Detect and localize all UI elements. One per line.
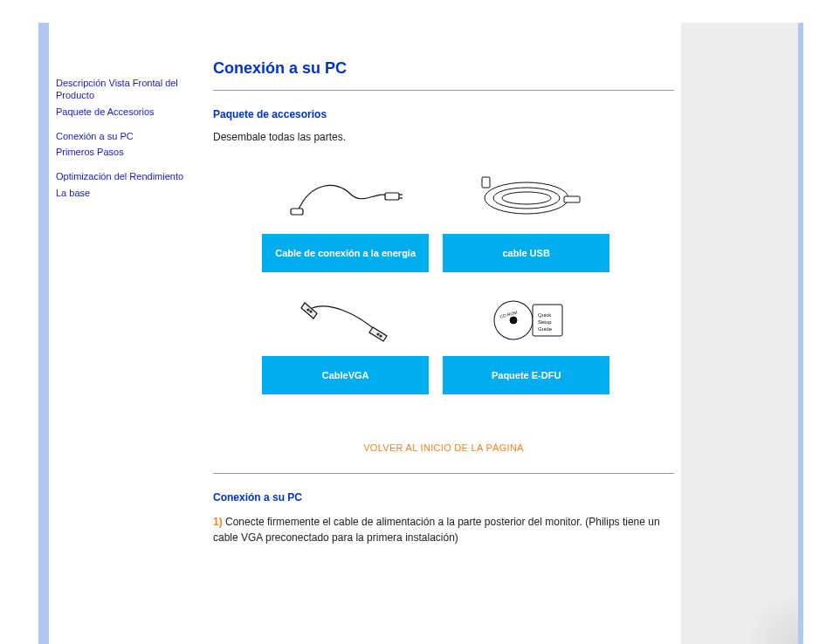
- main-content: Conexión a su PC Paquete de accesorios D…: [213, 59, 674, 545]
- accessory-label-edfu: Paquete E-DFU: [443, 356, 609, 394]
- section-heading-conexion: Conexión a su PC: [213, 491, 674, 504]
- accessory-image-power-cable: [262, 164, 429, 234]
- svg-point-14: [510, 317, 517, 324]
- svg-point-4: [485, 182, 568, 214]
- divider: [213, 90, 674, 91]
- sidebar-item-conexion-pc[interactable]: Conexión a su PC: [56, 130, 213, 142]
- back-to-top-link[interactable]: VOLVER AL INICIO DE LA PÁGINA: [363, 442, 524, 453]
- accessory-label-power-cable: Cable de conexión a la energía: [262, 234, 429, 272]
- accessory-label-usb-cable: cable USB: [443, 234, 609, 272]
- accessory-image-vga-cable: [262, 286, 429, 356]
- divider: [213, 473, 674, 474]
- power-cable-icon: [289, 172, 403, 224]
- vga-cable-icon: [289, 294, 403, 346]
- svg-rect-7: [482, 177, 490, 188]
- svg-text:Guide: Guide: [538, 326, 553, 332]
- back-to-top-wrapper: VOLVER AL INICIO DE LA PÁGINA: [213, 442, 674, 454]
- page-curl-decor: [746, 592, 798, 644]
- left-margin-stripe: [38, 23, 49, 644]
- svg-point-6: [502, 192, 551, 204]
- svg-text:Setup: Setup: [538, 319, 552, 325]
- sidebar-item-la-base[interactable]: La base: [56, 187, 213, 199]
- svg-rect-8: [564, 196, 580, 202]
- step-1-number: 1): [213, 516, 223, 528]
- sidebar-item-primeros-pasos[interactable]: Primeros Pasos: [56, 146, 213, 158]
- accessories-grid: Cable de conexión a la energía cable USB…: [248, 164, 623, 394]
- step-1-text: Conecte firmemente el cable de alimentac…: [213, 516, 660, 544]
- sidebar-nav: Descripción Vista Frontal del Producto P…: [56, 77, 213, 202]
- section-text-desembale: Desembale todas las partes.: [213, 131, 674, 143]
- page-title: Conexión a su PC: [213, 59, 674, 78]
- right-margin-stripe: [681, 23, 803, 644]
- svg-text:Quick: Quick: [538, 312, 552, 318]
- edfu-package-icon: CD-ROMQuickSetupGuide: [470, 294, 583, 346]
- section-heading-accesorios: Paquete de accesorios: [213, 108, 674, 120]
- sidebar-item-optimizacion[interactable]: Optimización del Rendimiento: [56, 170, 213, 182]
- sidebar-item-paquete-accesorios[interactable]: Paquete de Accesorios: [56, 106, 213, 118]
- svg-rect-0: [291, 209, 303, 215]
- accessory-label-vga-cable: CableVGA: [262, 356, 429, 394]
- usb-cable-icon: [470, 172, 583, 224]
- step-1-paragraph: 1) Conecte firmemente el cable de alimen…: [213, 514, 674, 545]
- svg-rect-1: [385, 193, 399, 200]
- sidebar-item-desc-frontal[interactable]: Descripción Vista Frontal del Producto: [56, 77, 213, 102]
- accessory-image-usb-cable: [443, 164, 609, 234]
- svg-point-5: [493, 188, 560, 209]
- accessory-image-edfu: CD-ROMQuickSetupGuide: [443, 286, 609, 356]
